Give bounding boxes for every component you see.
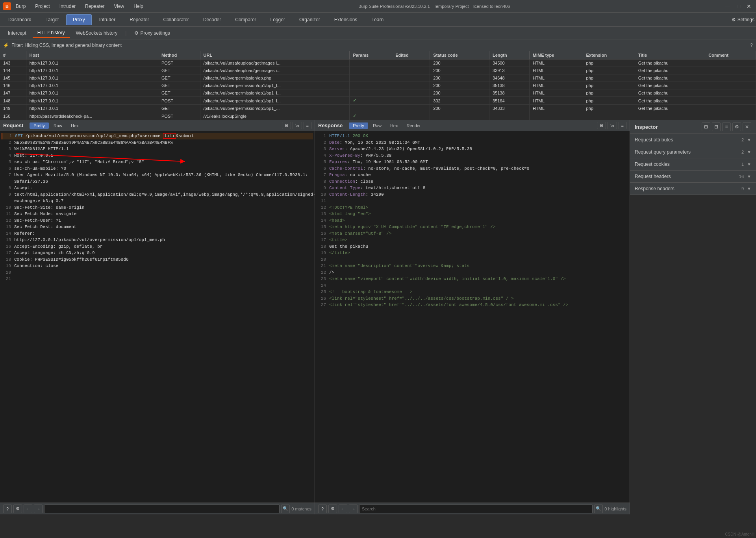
request-newline-btn[interactable]: \n [293,122,302,129]
request-settings-btn[interactable]: ⚙ [13,505,22,513]
inspector-view-btn2[interactable]: ⊟ [712,122,721,131]
col-method[interactable]: Method [158,51,200,59]
request-help-btn[interactable]: ? [3,505,12,513]
col-extension[interactable]: Extension [583,51,635,59]
menu-view[interactable]: View [112,3,126,10]
filter-text[interactable]: Filter: Hiding CSS, image and general bi… [11,43,122,48]
settings-button[interactable]: ⚙ Settings [732,17,754,22]
http-table-container: # Host Method URL Params Edited Status c… [0,51,756,120]
subtab-intercept[interactable]: Intercept [3,29,31,37]
response-prev-btn[interactable]: ← [339,505,347,513]
col-url[interactable]: URL [200,51,350,59]
inspector-controls: ⊟ ⊟ ≡ ⚙ ✕ [702,122,751,131]
response-newline-btn[interactable]: \n [608,122,617,129]
tab-extensions[interactable]: Extensions [328,14,364,25]
response-help-btn[interactable]: ? [318,505,327,513]
request-panel-header: Request Pretty Raw Hex ⊟ \n ≡ [0,120,315,131]
subtab-http-history[interactable]: HTTP history [33,28,70,38]
inspector-section-header-1[interactable]: Request query parameters2▼ [630,146,756,158]
inspector-view-btn1[interactable]: ⊟ [702,122,710,131]
inspector-section-header-2[interactable]: Request cookies1▼ [630,158,756,170]
response-settings-btn[interactable]: ⚙ [328,505,337,513]
response-tab-hex[interactable]: Hex [386,122,402,129]
chevron-down-icon: ▼ [747,162,751,167]
request-prev-btn[interactable]: ← [24,505,32,513]
inspector-section-header-3[interactable]: Request headers16▼ [630,171,756,182]
request-tab-pretty[interactable]: Pretty [30,122,49,129]
request-line: 4Host: 127.0.0.1 [2,152,313,159]
tab-target[interactable]: Target [39,14,65,25]
menu-project[interactable]: Project [33,3,51,10]
tab-collaborator[interactable]: Collaborator [157,14,196,25]
request-search-input[interactable] [44,505,280,513]
col-length[interactable]: Length [489,51,530,59]
inspector-list-btn[interactable]: ≡ [722,122,731,131]
tab-dashboard[interactable]: Dashboard [2,14,38,25]
tab-proxy[interactable]: Proxy [66,14,92,25]
request-menu-btn[interactable]: ≡ [304,122,311,129]
request-line: 10Sec-Fetch-Site: same-origin [2,204,313,211]
response-search-input[interactable] [359,505,593,513]
col-id[interactable]: # [0,51,26,59]
response-line: 25 <!-- bootstrap & fontawesome --> [317,289,628,295]
request-line: 5sec-ch-ua: "Chromium";v="117", "Not;A=B… [2,159,313,165]
request-format-btn[interactable]: ⊟ [282,122,291,129]
close-button[interactable]: ✕ [745,3,753,9]
response-search-btn[interactable]: 🔍 [594,505,603,513]
col-params[interactable]: Params [350,51,392,59]
request-line: 7User-Agent: Mozilla/5.0 (Windows NT 10.… [2,172,313,185]
maximize-button[interactable]: □ [736,3,742,9]
request-line: 17Accept-Language: zh-CN,zh;q=0.9 [2,250,313,256]
filter-help-icon[interactable]: ? [750,43,753,48]
col-title[interactable]: Title [635,51,705,59]
inspector-header: Inspector ⊟ ⊟ ≡ ⚙ ✕ [630,120,756,134]
table-row[interactable]: 143http://127.0.0.1POST/pikachu/vul/unsa… [0,59,756,67]
request-search-btn[interactable]: 🔍 [281,505,290,513]
col-comment[interactable]: Comment [705,51,756,59]
col-mime[interactable]: MIME type [529,51,583,59]
subtab-websockets-history[interactable]: WebSockets history [71,29,122,37]
subtab-proxy-settings[interactable]: ⚙ Proxy settings [130,29,174,37]
inspector-settings-btn[interactable]: ⚙ [732,122,741,131]
menu-intruder[interactable]: Intruder [58,3,77,10]
inspector-section-header-4[interactable]: Response headers9▼ [630,183,756,195]
response-tab-pretty[interactable]: Pretty [349,122,368,129]
table-row[interactable]: 149http://127.0.0.1GET/pikachu/vul/overp… [0,105,756,112]
request-next-btn[interactable]: → [34,505,43,513]
menu-help[interactable]: Help [132,3,145,10]
tab-decoder[interactable]: Decoder [196,14,228,25]
response-tab-render[interactable]: Render [402,122,424,129]
response-line: 18 Get the pikachu [317,243,628,250]
tab-learn[interactable]: Learn [365,14,390,25]
request-content: 1GET /pikachu/vul/overpermission/op1/op1… [0,131,315,503]
minimize-button[interactable]: — [724,3,732,9]
table-row[interactable]: 145http://127.0.0.1GET/pikachu/vul/overp… [0,74,756,82]
tab-organizer[interactable]: Organizer [293,14,327,25]
tab-comparer[interactable]: Comparer [228,14,263,25]
table-row[interactable]: 147http://127.0.0.1GET/pikachu/vul/overp… [0,89,756,97]
menu-repeater[interactable]: Repeater [83,3,106,10]
tab-intruder[interactable]: Intruder [93,14,122,25]
request-tab-raw[interactable]: Raw [50,122,66,129]
response-tab-raw[interactable]: Raw [369,122,385,129]
col-host[interactable]: Host [26,51,158,59]
tab-logger[interactable]: Logger [264,14,292,25]
response-format-btn[interactable]: ⊟ [597,122,606,129]
tab-repeater[interactable]: Repeater [123,14,156,25]
table-row[interactable]: 148http://127.0.0.1POST/pikachu/vul/over… [0,97,756,105]
col-status[interactable]: Status code [430,51,489,59]
inspector-section-header-0[interactable]: Request attributes2▼ [630,134,756,146]
table-row[interactable]: 150https://passwordsleakcheck-pa...POST/… [0,112,756,120]
table-row[interactable]: 146http://127.0.0.1GET/pikachu/vul/overp… [0,82,756,89]
table-row[interactable]: 144http://127.0.0.1GET/pikachu/vul/unsaf… [0,67,756,74]
col-edited[interactable]: Edited [392,51,430,59]
window-title: Burp Suite Professional v2023.10.2.1 - T… [358,4,510,9]
nav-tabs: Dashboard Target Proxy Intruder Repeater… [0,13,756,27]
response-menu-btn[interactable]: ≡ [619,122,626,129]
response-line: 4X-Powered-By: PHP/5.5.38 [317,152,628,159]
inspector-section-4: Response headers9▼ [630,183,756,195]
response-next-btn[interactable]: → [349,505,358,513]
menu-burp[interactable]: Burp [14,3,27,10]
request-tab-hex[interactable]: Hex [67,122,83,129]
inspector-close-btn[interactable]: ✕ [743,122,751,131]
